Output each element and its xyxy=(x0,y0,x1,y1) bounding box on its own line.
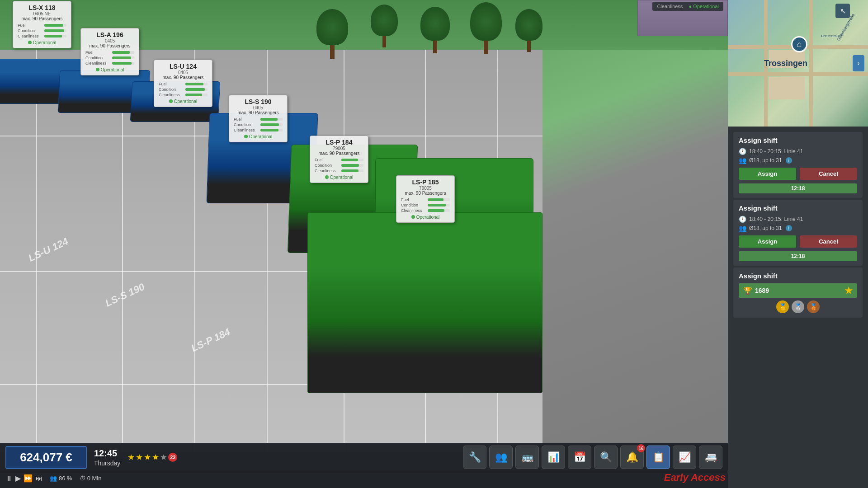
clock-icon-2: 🕐 xyxy=(739,216,746,223)
assign-button-1[interactable]: Assign xyxy=(739,168,796,180)
assign-age-row-2: 👥 Ø18, up to 31 i xyxy=(739,225,857,232)
bus-large-green-shape xyxy=(307,212,542,393)
assign-shifts-container: Assign shift 🕐 18:40 - 20:15: Linie 41 👥… xyxy=(728,127,868,488)
toolbar-top: 624,077 € 12:45 Thursday ★ ★ ★ ★ ★ 22 🔧 … xyxy=(0,443,728,472)
cleanliness-bar-bg-0 xyxy=(44,35,66,38)
toolbar-icons: 🔧 👥 🚌 📊 📅 🔍 🔔 16 📋 📈 🚐 xyxy=(463,446,722,469)
score-value: 1689 xyxy=(755,287,769,294)
toolbar-bottom: ⏸ ▶ ⏩ ⏭ 👥 86 % ⏱ 0 Min xyxy=(0,472,728,484)
assign-title-3: Assign shift xyxy=(739,272,857,280)
assign-time-row-1: 🕐 18:40 - 20:15: Linie 41 xyxy=(739,148,857,155)
toolbar-btn-vehicles[interactable]: 🚐 xyxy=(699,446,722,469)
notification-count: 16 xyxy=(637,444,645,452)
star-award-icon: ★ xyxy=(844,285,853,296)
money-display: 624,077 € xyxy=(5,446,87,469)
tree-1 xyxy=(316,9,348,59)
bus-card-ls-p-184: LS-P 184 79005 max. 90 Passengers Fuel C… xyxy=(310,136,368,183)
star-1: ★ xyxy=(127,452,135,462)
toolbar-btn-statistics[interactable]: 📊 xyxy=(542,446,565,469)
bus-name-ls-x-118: LS-X 118 xyxy=(18,4,66,11)
mini-map[interactable]: ⌂ Trossingen Gutenbergstraße Breitestraß… xyxy=(728,0,868,127)
toolbar-btn-search[interactable]: 🔍 xyxy=(594,446,618,469)
assign-time-row-2: 🕐 18:40 - 20:15: Linie 41 xyxy=(739,216,857,223)
toolbar-btn-notifications[interactable]: 🔔 16 xyxy=(620,446,644,469)
bus-card-ls-s-190: LS-S 190 0405 max. 90 Passengers Fuel Co… xyxy=(229,95,288,142)
medal-row: 🥇 🥈 🥉 xyxy=(739,300,857,313)
day-display: Thursday xyxy=(94,460,120,467)
score-bar: 🏆 1689 ★ xyxy=(739,283,857,298)
time-display: 12:45 xyxy=(94,448,120,459)
toolbar-btn-finances[interactable]: 📈 xyxy=(673,446,696,469)
rating-count: 22 xyxy=(168,453,177,462)
medal-gold: 🥇 xyxy=(776,300,789,313)
time-info: 12:45 Thursday xyxy=(94,448,120,467)
medal-silver: 🥈 xyxy=(792,300,804,313)
toolbar-btn-contracts[interactable]: 📋 xyxy=(646,446,670,469)
bus-card-ls-p-185: LS-P 185 79005 max. 90 Passengers Fuel C… xyxy=(396,175,455,223)
info-badge-1[interactable]: i xyxy=(786,157,792,164)
condition-bar-bg-0 xyxy=(44,29,66,32)
map-corner-icon: ↖ xyxy=(835,4,850,18)
cancel-button-2[interactable]: Cancel xyxy=(800,235,857,248)
fast-forward-button[interactable]: ⏩ xyxy=(24,474,33,483)
star-5: ★ xyxy=(160,452,167,462)
bottom-toolbar: 624,077 € 12:45 Thursday ★ ★ ★ ★ ★ 22 🔧 … xyxy=(0,443,728,488)
assign-title-1: Assign shift xyxy=(739,136,857,144)
tree-2 xyxy=(371,5,398,47)
map-nav-button[interactable]: › xyxy=(853,55,864,71)
assign-age-row-1: 👥 Ø18, up to 31 i xyxy=(739,157,857,164)
condition-bar-0 xyxy=(44,29,64,32)
fuel-bar-0 xyxy=(44,24,63,27)
toolbar-btn-employees[interactable]: 👥 xyxy=(489,446,513,469)
info-badge-2[interactable]: i xyxy=(786,225,792,231)
assign-shift-card-2: Assign shift 🕐 18:40 - 20:15: Linie 41 👥… xyxy=(733,200,863,266)
bus-capacity-ls-x-118: max. 90 Passengers xyxy=(18,16,66,21)
assign-button-2[interactable]: Assign xyxy=(739,235,796,248)
bus-card-ls-x-118: LS-X 118 0405 NE max. 90 Passengers Fuel… xyxy=(13,1,71,48)
bus-id-ls-x-118: 0405 NE xyxy=(18,11,66,16)
playback-controls: ⏸ ▶ ⏩ ⏭ xyxy=(5,474,42,483)
map-street-label-2: Breitestraße xyxy=(821,34,841,38)
cancel-button-1[interactable]: Cancel xyxy=(800,168,857,180)
tree-4 xyxy=(470,2,502,54)
star-3: ★ xyxy=(144,452,151,462)
play-button[interactable]: ▶ xyxy=(15,474,21,483)
status-ls-x-118: Operational xyxy=(18,40,66,45)
assign-time-1: 18:40 - 20:15: Linie 41 xyxy=(749,148,803,155)
fuel-label-0: Fuel xyxy=(18,23,42,28)
people-icon-2: 👥 xyxy=(739,225,746,232)
tree-3 xyxy=(420,7,450,53)
time-bar-1: 12:18 xyxy=(739,183,857,193)
people-icon-1: 👥 xyxy=(739,157,746,164)
time-stat-value: 0 Min xyxy=(87,475,102,482)
toolbar-btn-maintenance[interactable]: 🔧 xyxy=(463,446,486,469)
bus-card-ls-a-196: LS-A 196 0405 max. 90 Passengers Fuel Co… xyxy=(80,28,139,75)
toolbar-btn-buses[interactable]: 🚌 xyxy=(515,446,539,469)
star-4: ★ xyxy=(152,452,159,462)
pin-circle: ⌂ xyxy=(791,36,807,52)
assign-shift-card-3: Assign shift 🏆 1689 ★ 🥇 🥈 🥉 xyxy=(733,267,863,318)
assign-age-2: Ø18, up to 31 xyxy=(749,225,782,231)
medal-bronze: 🥉 xyxy=(807,300,820,313)
pause-button[interactable]: ⏸ xyxy=(5,474,13,483)
star-2: ★ xyxy=(136,452,143,462)
time-bar-2: 12:18 xyxy=(739,251,857,261)
bus-name-ls-a-196: LS-A 196 xyxy=(85,31,134,38)
cleanliness-label-0: Cleanliness xyxy=(18,34,42,38)
clock-icon-1: 🕐 xyxy=(739,148,746,155)
map-city-label: Trossingen xyxy=(764,59,807,68)
fastest-forward-button[interactable]: ⏭ xyxy=(35,474,42,483)
cleanliness-bar-0 xyxy=(44,35,62,38)
time-stat-icon: ⏱ xyxy=(80,475,85,482)
rating-stars: ★ ★ ★ ★ ★ 22 xyxy=(127,452,177,462)
assign-buttons-2: Assign Cancel xyxy=(739,235,857,248)
assign-time-2: 18:40 - 20:15: Linie 41 xyxy=(749,216,803,222)
pin-house-icon: ⌂ xyxy=(797,40,802,49)
time-stat: ⏱ 0 Min xyxy=(80,475,102,482)
condition-label-0: Condition xyxy=(18,28,42,33)
tree-5 xyxy=(515,9,542,52)
assign-shift-card-1: Assign shift 🕐 18:40 - 20:15: Linie 41 👥… xyxy=(733,132,863,198)
bus-card-ls-u-124: LS-U 124 0405 max. 90 Passengers Fuel Co… xyxy=(154,60,212,107)
employee-percent: 86 % xyxy=(59,475,72,482)
toolbar-btn-schedule[interactable]: 📅 xyxy=(568,446,591,469)
